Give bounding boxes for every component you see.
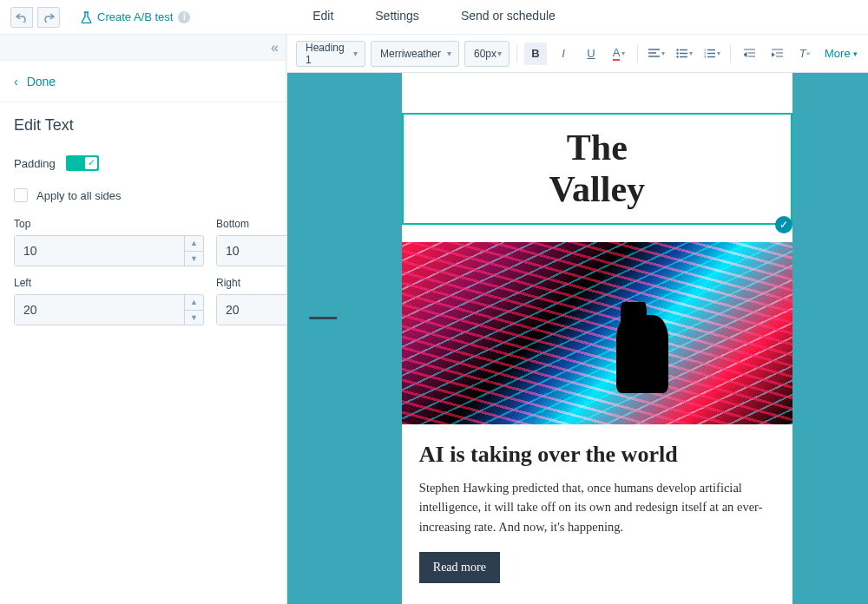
- padding-toggle-row: Padding ✓: [14, 155, 272, 171]
- clear-format-button[interactable]: T×: [793, 43, 816, 65]
- left-sidebar: « ‹ Done Edit Text Padding ✓ Apply to al…: [0, 35, 286, 604]
- style-select[interactable]: Heading 1: [296, 41, 365, 67]
- article-headline: AI is taking over the world: [419, 442, 775, 468]
- text-color-button[interactable]: A: [608, 43, 630, 65]
- done-link[interactable]: ‹ Done: [0, 61, 286, 102]
- create-ab-test-link[interactable]: Create A/B test i: [81, 10, 190, 23]
- indent-icon: [772, 49, 783, 58]
- outdent-icon: [744, 49, 755, 58]
- left-label: Left: [14, 277, 204, 289]
- title-block[interactable]: The Valley ✓: [402, 113, 792, 225]
- hero-image[interactable]: [402, 242, 792, 424]
- top-label: Top: [14, 218, 204, 230]
- padding-left-input[interactable]: [15, 295, 184, 325]
- size-select[interactable]: 60px: [464, 41, 510, 67]
- align-button[interactable]: [645, 43, 667, 65]
- redo-button[interactable]: [37, 7, 60, 28]
- collapse-icon[interactable]: «: [271, 40, 279, 56]
- padding-grid: Top ▲▼ Bottom ▲▼ Left: [14, 218, 272, 325]
- ordered-list-button[interactable]: 123: [700, 43, 723, 65]
- ab-link-text: Create A/B test: [97, 10, 173, 23]
- chevron-left-icon: ‹: [14, 75, 18, 89]
- collapse-bar: «: [0, 35, 286, 61]
- apply-all-label: Apply to all sides: [36, 189, 122, 202]
- padding-label: Padding: [14, 157, 56, 170]
- unordered-list-button[interactable]: [673, 43, 695, 65]
- article-body: Stephen Hawking predicted that, once hum…: [419, 478, 775, 536]
- svg-point-1: [676, 52, 678, 54]
- ul-icon: [676, 49, 687, 58]
- svg-text:3: 3: [704, 55, 707, 58]
- email-card: The Valley ✓ AI is taking over the world…: [402, 73, 792, 604]
- flask-icon: [81, 11, 92, 23]
- padding-top-input[interactable]: [15, 236, 184, 266]
- svg-point-0: [676, 49, 678, 50]
- apply-all-checkbox[interactable]: [14, 188, 28, 202]
- top-increment[interactable]: ▲: [185, 236, 203, 252]
- topbar-left: Create A/B test i: [10, 7, 190, 28]
- outdent-button[interactable]: [738, 43, 760, 65]
- padding-top-field: Top ▲▼: [14, 218, 204, 266]
- read-more-button[interactable]: Read more: [419, 552, 500, 583]
- indent-button[interactable]: [766, 43, 788, 65]
- underline-button[interactable]: U: [580, 43, 602, 65]
- check-icon: ✓: [88, 157, 95, 168]
- padding-left-field: Left ▲▼: [14, 277, 204, 325]
- info-icon[interactable]: i: [178, 11, 190, 23]
- more-button[interactable]: More: [821, 47, 861, 60]
- top-decrement[interactable]: ▼: [185, 252, 203, 266]
- selection-badge-icon[interactable]: ✓: [775, 216, 792, 233]
- title-line-2: Valley: [549, 169, 645, 209]
- panel-title: Edit Text: [14, 116, 272, 135]
- padding-toggle[interactable]: ✓: [66, 155, 99, 171]
- panel-body: Edit Text Padding ✓ Apply to all sides T…: [0, 102, 286, 339]
- apply-all-row: Apply to all sides: [14, 188, 272, 202]
- main-layout: « ‹ Done Edit Text Padding ✓ Apply to al…: [0, 35, 868, 604]
- left-decrement[interactable]: ▼: [185, 311, 203, 325]
- undo-button[interactable]: [10, 7, 33, 28]
- left-increment[interactable]: ▲: [185, 295, 203, 311]
- top-bar: Create A/B test i Edit Settings Send or …: [0, 0, 868, 35]
- svg-point-2: [676, 56, 678, 57]
- align-icon: [648, 49, 660, 58]
- article-block: AI is taking over the world Stephen Hawk…: [402, 424, 792, 602]
- ol-icon: 123: [704, 49, 715, 58]
- font-select[interactable]: Merriweather: [371, 41, 459, 67]
- done-text: Done: [27, 75, 56, 89]
- title-line-1: The: [567, 128, 628, 167]
